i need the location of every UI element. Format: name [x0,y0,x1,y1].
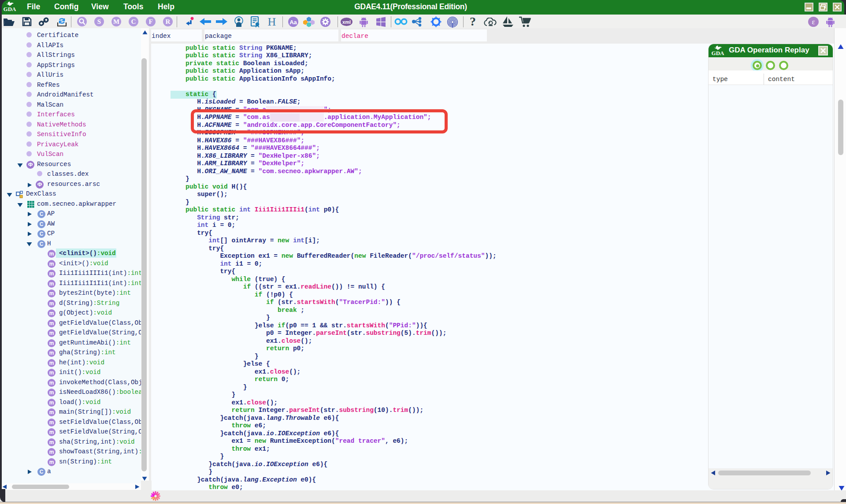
svg-text:F: F [148,18,152,25]
svg-text:xml: xml [342,19,351,25]
svg-text:R: R [166,18,171,25]
svg-text:?: ? [470,15,476,28]
svg-text:Aa: Aa [289,19,297,26]
svg-text:ε: ε [812,18,815,26]
svg-text:M: M [113,18,119,25]
svg-text:C: C [131,18,136,25]
svg-text:GDA: GDA [712,50,724,56]
svg-text:S: S [97,18,101,25]
svg-text:H: H [268,16,276,27]
